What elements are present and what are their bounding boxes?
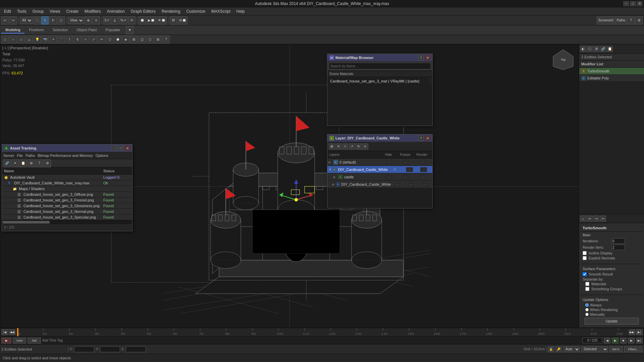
menu-animation[interactable]: Animation xyxy=(104,8,127,14)
rp-btn1[interactable]: ◐ xyxy=(580,46,586,52)
tool-taper-btn[interactable]: ⌇ xyxy=(66,36,73,44)
ts-smooth-result-checkbox[interactable] xyxy=(583,272,587,276)
screenshot-btn[interactable]: Screensht xyxy=(597,16,614,24)
layer-row-castle[interactable]: ▶ L castle — — — xyxy=(327,173,432,181)
material-item[interactable]: Cardboard_house_set_geo_3_mat ( VRayMtl … xyxy=(327,77,429,85)
set-key-btn[interactable]: ▶ xyxy=(1,338,11,344)
tool-symmetry-btn[interactable]: ⊞ xyxy=(130,36,138,44)
rp-icon-btn4[interactable]: ✂ xyxy=(600,216,606,222)
ts-smoothing-groups-checkbox[interactable] xyxy=(585,287,589,291)
at-menu-paths[interactable]: Paths xyxy=(25,154,35,158)
ts-materials-checkbox[interactable] xyxy=(585,282,589,286)
select-filter[interactable]: All xyxy=(20,17,33,24)
material-browser-search-input[interactable] xyxy=(329,63,431,69)
spinner-snap-btn[interactable]: ⟳ xyxy=(128,16,136,24)
tool-bend-btn[interactable]: ⌒ xyxy=(58,36,65,44)
at-row-file[interactable]: ⧖ DIY_Cardboard_Castle_White_max_vray.ma… xyxy=(2,180,132,186)
timeline-next-btn[interactable]: ▶ xyxy=(628,338,635,344)
lm-delete-btn[interactable]: ✕ xyxy=(335,143,341,149)
material-browser-scrollbar[interactable] xyxy=(429,77,432,85)
set-k-btn[interactable]: Set K. xyxy=(609,346,623,352)
layer-manager-close-btn[interactable]: ✕ xyxy=(425,135,430,141)
tool-cone-btn[interactable]: △ xyxy=(25,36,33,44)
at-tb-btn3[interactable]: 📋 xyxy=(19,159,27,167)
at-hscrollbar[interactable] xyxy=(2,220,132,224)
at-menu-server[interactable]: Server xyxy=(3,154,14,158)
layer-freeze-btn-diy[interactable]: — xyxy=(408,182,414,187)
tab-populate[interactable]: Populate xyxy=(101,27,124,34)
ts-iterations-input[interactable] xyxy=(611,238,625,244)
at-min-btn[interactable]: − xyxy=(111,145,117,151)
close-button[interactable]: ✕ xyxy=(637,1,643,6)
snap-3d-btn[interactable]: 3↗ xyxy=(103,16,110,24)
menu-modifiers[interactable]: Modifiers xyxy=(82,8,104,14)
menu-maxscript[interactable]: MAXScript xyxy=(209,8,233,14)
at-menu-options[interactable]: Options xyxy=(96,154,108,158)
ts-when-rendering-radio[interactable] xyxy=(585,308,589,311)
lm-select-btn[interactable]: ↗ xyxy=(349,143,355,149)
at-hscrollbar-thumb[interactable] xyxy=(3,221,50,224)
layer-freeze-btn-1[interactable]: — xyxy=(406,167,413,172)
menu-views[interactable]: Views xyxy=(47,8,63,14)
layer-hide-btn-castle[interactable]: — xyxy=(386,175,392,179)
timeline-play-btn[interactable]: ▶ xyxy=(612,338,619,344)
percent-snap-btn[interactable]: %↗ xyxy=(119,16,127,24)
layer-freeze-btn-castle[interactable]: — xyxy=(402,175,409,179)
more-btn[interactable]: ⚙ xyxy=(635,16,643,24)
ts-update-button[interactable]: Update xyxy=(585,318,639,324)
timeline-next-frame[interactable]: ▶| xyxy=(636,329,643,335)
renderview-btn[interactable]: 👁🔲 xyxy=(157,16,167,24)
at-row-specular[interactable]: 🖼 Cardboard_house_set_geo_3_Specular.png… xyxy=(2,215,132,220)
asset-tracking-titlebar[interactable]: A Asset Tracking − □ ✕ xyxy=(2,144,132,152)
timeline-prev-frame[interactable]: |◀ xyxy=(1,329,8,335)
material-browser-help-btn[interactable]: ? xyxy=(418,55,424,60)
tool-camera-btn[interactable]: 📷 xyxy=(42,36,49,44)
timeline-prev-btn[interactable]: ◀ xyxy=(604,338,610,344)
at-max-btn[interactable]: □ xyxy=(118,145,123,151)
menu-customize[interactable]: Customize xyxy=(183,8,208,14)
ts-render-iters-input[interactable] xyxy=(611,245,625,250)
layer-hide-btn-0[interactable]: — xyxy=(386,160,392,165)
at-row-maps[interactable]: 📁 Maps / Shaders xyxy=(2,186,132,192)
rp-btn2[interactable]: ⬡ xyxy=(587,46,593,52)
ts-explicit-normals-checkbox[interactable] xyxy=(583,256,587,260)
tool-turbosmooth-btn[interactable]: ⬢ xyxy=(114,36,121,44)
select-move-btn[interactable]: ↖ xyxy=(41,16,49,24)
lm-refresh-btn[interactable]: ↻ xyxy=(356,143,362,149)
menu-group[interactable]: Group xyxy=(30,8,46,14)
layer-render-btn-1[interactable]: — xyxy=(420,167,427,172)
layer-hide-btn-diy[interactable]: — xyxy=(394,182,401,187)
modifier-editable-poly[interactable]: E Editable Poly xyxy=(579,75,644,82)
tool-noise-btn[interactable]: ≈ xyxy=(82,36,89,44)
key-btn[interactable]: 🔑 xyxy=(555,346,562,352)
layer-row-1[interactable]: ▼ L DIY_Cardboard_Castle_White ✓ — — xyxy=(327,166,432,173)
at-row-fresnel[interactable]: 🖼 Cardboard_house_set_geo_3_Fresnel.png … xyxy=(2,197,132,203)
layer-render-btn-0[interactable]: — xyxy=(419,160,426,165)
rp-icon-btn1[interactable]: ⌂ xyxy=(580,216,586,222)
tab-object-paint[interactable]: Object Paint xyxy=(73,27,101,34)
layer-manager-titlebar[interactable]: L Layer: DIY_Cardboard_Castle_White ? ✕ xyxy=(327,134,432,142)
tool-tessellate-btn[interactable]: ◈ xyxy=(122,36,129,44)
layer-row-0[interactable]: ▶ L 0 (default) — — — xyxy=(327,159,432,166)
minimize-button[interactable]: − xyxy=(623,1,629,6)
modifier-turbosmooth[interactable]: T TurboSmooth xyxy=(579,68,644,75)
navigation-cube[interactable]: Top xyxy=(551,48,575,71)
rotate-btn[interactable]: ↻ xyxy=(49,16,57,24)
filters-btn[interactable]: Filters... xyxy=(624,346,643,352)
lm-add-btn[interactable]: + xyxy=(342,143,348,149)
auto-key-btn[interactable]: Auto xyxy=(13,338,26,344)
material-editor-btn[interactable]: M xyxy=(170,16,177,24)
tool-light-btn[interactable]: 💡 xyxy=(34,36,41,44)
lock-btn[interactable]: 🔒 xyxy=(548,346,554,352)
layer-render-btn-castle[interactable]: — xyxy=(419,175,426,179)
tool-twist-btn[interactable]: ↯ xyxy=(74,36,81,44)
rp-btn4[interactable]: 🔗 xyxy=(600,46,606,52)
lm-create-btn[interactable]: ⊞ xyxy=(329,143,335,149)
at-tb-btn2[interactable]: ✕ xyxy=(11,159,19,167)
tool-edit-mesh-btn[interactable]: ⬡ xyxy=(146,36,154,44)
at-row-glossiness[interactable]: 🖼 Cardboard_house_set_geo_3_Glossiness.p… xyxy=(2,203,132,209)
at-tb-settings[interactable]: ⚙ xyxy=(44,159,51,167)
material-browser-close-btn[interactable]: ✕ xyxy=(425,55,430,60)
tab-freeform[interactable]: Freeform xyxy=(25,27,48,34)
render-setup-btn[interactable]: ⚙🔲 xyxy=(178,16,187,24)
